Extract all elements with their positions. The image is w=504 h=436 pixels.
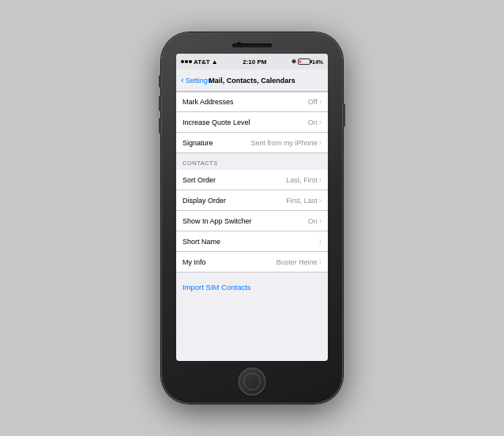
volume-up-button[interactable] [159,96,161,111]
chevron-right-icon: › [319,258,322,266]
signal-dot-1 [181,60,184,63]
cell-label: Short Name [182,238,220,246]
import-sim-contacts-link[interactable]: Import SIM Contacts [182,283,251,291]
cell-label: My Info [182,258,206,266]
cell-label: Mark Addresses [182,98,234,106]
cell-value: Last, First [286,176,318,184]
nav-title: Mail, Contacts, Calendars [209,77,295,85]
status-left: AT&T ▲ [181,58,218,66]
list-item[interactable]: Signature Sent from my iPhone › [176,133,328,153]
list-item[interactable]: Short Name › [176,231,328,252]
status-bar: AT&T ▲ 2:10 PM ⊕ 14% [176,54,328,70]
back-chevron-icon: ‹ [181,76,184,85]
cell-value: Buster Heine [276,258,318,266]
contacts-section: CONTACTS Sort Order Last, First › Displa… [176,153,328,272]
battery-indicator [298,58,310,65]
list-item[interactable]: Mark Addresses Off › [176,92,328,112]
cell-value: On [308,118,318,126]
chevron-right-icon: › [319,217,322,225]
cell-value: On [308,217,318,225]
camera [236,42,242,47]
mail-section: Mark Addresses Off › Increase Quote Leve… [176,92,328,153]
home-button-inner [243,373,261,390]
cell-label: Display Order [182,197,226,205]
volume-down-button[interactable] [159,118,161,133]
import-section: Import SIM Contacts [176,272,328,299]
screen: AT&T ▲ 2:10 PM ⊕ 14% ‹ Settings Mail, Co… [176,54,328,361]
section-header-contacts: CONTACTS [176,153,328,170]
cell-value: Off [308,98,318,106]
chevron-right-icon: › [319,139,322,147]
list-item[interactable]: Sort Order Last, First › [176,170,328,190]
back-button[interactable]: ‹ Settings [181,76,211,85]
battery-percent: 14% [312,59,323,65]
cell-value-group: On › [308,217,322,225]
signal-dot-2 [185,60,188,63]
signal-dot-3 [189,60,192,63]
home-button[interactable] [238,367,266,396]
status-right: ⊕ 14% [291,58,323,65]
signal-indicator [181,60,192,63]
chevron-right-icon: › [319,238,322,246]
cell-value: Sent from my iPhone [251,139,318,147]
list-item[interactable]: Show In App Switcher On › [176,211,328,231]
cell-value-group: On › [308,118,322,126]
cell-value-group: Off › [308,98,322,106]
cell-value-group: › [318,238,322,246]
navigation-bar: ‹ Settings Mail, Contacts, Calendars [176,70,328,92]
settings-content: Mark Addresses Off › Increase Quote Leve… [176,92,328,299]
list-item[interactable]: My Info Buster Heine › [176,252,328,272]
cell-label: Sort Order [182,176,216,184]
list-item[interactable]: Display Order First, Last › [176,190,328,211]
cell-value-group: Buster Heine › [276,258,322,266]
chevron-right-icon: › [319,176,322,184]
list-item[interactable]: Increase Quote Level On › [176,112,328,133]
cell-value-group: Sent from my iPhone › [251,139,322,147]
cell-value-group: First, Last › [286,197,322,205]
cell-value: First, Last [286,197,318,205]
back-label: Settings [186,77,212,85]
battery-fill [299,60,301,63]
location-icon: ⊕ [291,58,296,65]
cell-label: Signature [182,139,213,147]
cell-label: Show In App Switcher [182,217,252,225]
mute-switch[interactable] [159,75,161,88]
chevron-right-icon: › [319,118,322,126]
phone-device: AT&T ▲ 2:10 PM ⊕ 14% ‹ Settings Mail, Co… [161,32,343,404]
carrier-label: AT&T [194,58,210,66]
status-time: 2:10 PM [243,58,266,66]
chevron-right-icon: › [319,98,322,106]
cell-value-group: Last, First › [286,176,322,184]
sleep-wake-button[interactable] [343,103,345,127]
wifi-icon: ▲ [212,58,218,66]
cell-label: Increase Quote Level [182,118,250,126]
chevron-right-icon: › [319,197,322,205]
